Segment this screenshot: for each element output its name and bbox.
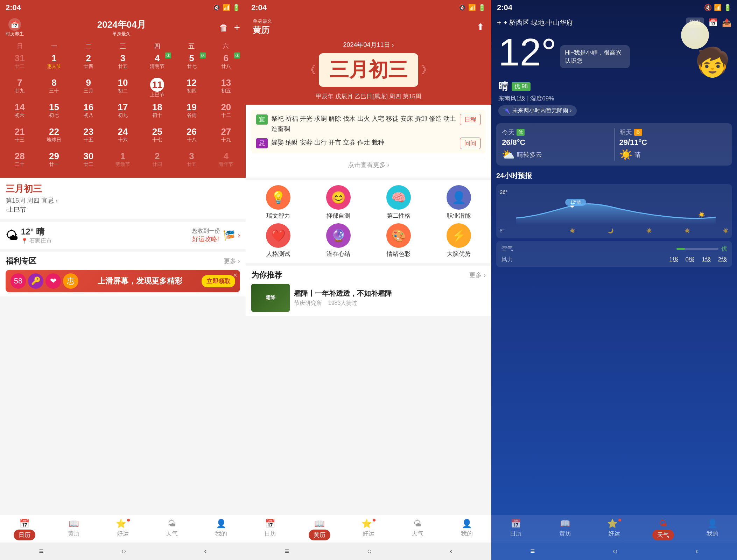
nav3-huangli[interactable]: 📖 黄历 bbox=[540, 519, 589, 540]
banner-btn[interactable]: 立即领取 bbox=[202, 275, 235, 287]
rain-tip[interactable]: 🌂 未来两小时内暂无降雨 › bbox=[498, 105, 577, 116]
cal-day[interactable]: 18初十 bbox=[140, 101, 174, 125]
cal-day[interactable]: 30廿二 bbox=[72, 150, 105, 174]
cal-day[interactable]: 1惠人节 bbox=[37, 52, 71, 76]
nav2-mine[interactable]: 👤 我的 bbox=[442, 519, 491, 540]
nav-mine[interactable]: 👤 我的 bbox=[197, 519, 246, 540]
cal-day[interactable]: 11上巳节 bbox=[140, 76, 174, 100]
nav2-calendar[interactable]: 📅 日历 bbox=[246, 519, 295, 540]
icon-mbti[interactable]: ❤️ 人格测试 bbox=[250, 223, 307, 258]
cal-day[interactable]: 16初八 bbox=[72, 101, 105, 125]
lucky-section[interactable]: 您收到一份 好运攻略! 🎏 › bbox=[192, 227, 240, 243]
benefits-banner[interactable]: 58 🔑 ❤ 惠 上滑屏幕，发现更多精彩 立即领取 × bbox=[6, 270, 240, 292]
icon-depression[interactable]: 😊 抑郁自测 bbox=[310, 185, 367, 220]
nav2-lucky[interactable]: ⭐ 好运 bbox=[344, 519, 393, 540]
back-btn-1[interactable]: ‹ bbox=[204, 547, 206, 556]
cal-day[interactable]: 28二十 bbox=[3, 150, 36, 174]
cal-day[interactable]: 2廿四 bbox=[72, 52, 105, 76]
nav3-calendar[interactable]: 📅 日历 bbox=[491, 519, 540, 540]
cal-day[interactable]: 17初九 bbox=[106, 101, 140, 125]
icon-knot[interactable]: 🔮 潜在心结 bbox=[310, 223, 367, 258]
menu-btn-1[interactable]: ≡ bbox=[39, 547, 43, 556]
cal-day[interactable]: 9三月 bbox=[72, 76, 105, 100]
cal-day[interactable]: 24十六 bbox=[106, 125, 140, 149]
cal-day[interactable]: 26十八 bbox=[175, 125, 208, 149]
cal-day[interactable]: 3廿五 bbox=[175, 150, 208, 174]
nav-lucky[interactable]: ⭐ 好运 bbox=[98, 519, 147, 540]
aqi-badge: 优 98 bbox=[512, 82, 531, 91]
ask-btn[interactable]: 问问 bbox=[460, 138, 481, 149]
cal-day[interactable]: 1劳动节 bbox=[106, 150, 140, 174]
nav-calendar[interactable]: 📅 日历 bbox=[0, 519, 49, 540]
sun2: ☀️ bbox=[646, 228, 652, 233]
cal-day[interactable]: 31廿二 bbox=[3, 52, 36, 76]
nav2-huangli[interactable]: 📖 黄历 bbox=[295, 519, 344, 540]
weather-strip-1[interactable]: 🌤 12° 晴 📍 石家庄市 您收到一份 好运攻略! � bbox=[0, 222, 246, 249]
icon-ruiwen[interactable]: 💡 瑞文智力 bbox=[250, 185, 307, 220]
cal-day[interactable]: 14初六 bbox=[3, 101, 36, 125]
home-btn-3[interactable]: ○ bbox=[613, 547, 617, 556]
benefits-more[interactable]: 更多 › bbox=[224, 257, 240, 265]
more-details-btn[interactable]: 点击查看更多 › bbox=[251, 157, 486, 173]
icon-personality2[interactable]: 🧠 第二性格 bbox=[370, 185, 427, 220]
app-header-1: 📅 时历养生 2024年04月 单身最久 🗑 + bbox=[0, 15, 246, 41]
cal-day[interactable]: 10初二 bbox=[106, 76, 140, 100]
nav3-weather[interactable]: 🌤 天气 bbox=[639, 519, 688, 540]
location-section[interactable]: + + 桥西区·绿地·中山华府 bbox=[497, 18, 573, 27]
rec-more[interactable]: 更多 › bbox=[469, 271, 486, 279]
cal-day[interactable]: 15初七 bbox=[37, 101, 71, 125]
icon-emotion[interactable]: 🎨 情绪色彩 bbox=[370, 223, 427, 258]
cal-day[interactable]: 休6廿八 bbox=[209, 52, 243, 76]
cal-day[interactable]: 20十二 bbox=[209, 101, 243, 125]
add-icon[interactable]: + bbox=[234, 22, 240, 34]
icon-brain[interactable]: ⚡ 大脑优势 bbox=[430, 223, 487, 258]
icon-career[interactable]: 👤 职业潜能 bbox=[430, 185, 487, 220]
cal-day[interactable]: 29廿一 bbox=[37, 150, 71, 174]
close-banner-btn[interactable]: × bbox=[233, 271, 237, 279]
schedule-btn[interactable]: 日程 bbox=[460, 114, 481, 125]
panel3-scroll[interactable]: 12° Hi~我是小鲤，很高兴认识您 🧒 晴 优 98 东南风1级 | 湿度69… bbox=[491, 31, 737, 515]
nav-weather[interactable]: 🌤 天气 bbox=[147, 519, 196, 540]
cal-day[interactable]: 25十七 bbox=[140, 125, 174, 149]
cal-day[interactable]: 12初四 bbox=[175, 76, 208, 100]
cal-day[interactable]: 休4清明节 bbox=[140, 52, 174, 76]
rec-item[interactable]: 霜降 霜降丨一年补透透，不如补霜降 节庆研究所 1983人赞过 bbox=[251, 284, 486, 312]
cal-day[interactable]: 4青年节 bbox=[209, 150, 243, 174]
cal-day[interactable]: 休5廿七 bbox=[175, 52, 208, 76]
cal-day[interactable]: 2廿四 bbox=[140, 150, 174, 174]
calendar-share-icon[interactable]: 📅 bbox=[708, 18, 718, 27]
home-btn-1[interactable]: ○ bbox=[121, 547, 126, 556]
cal-day[interactable]: 3廿五 bbox=[106, 52, 140, 76]
cal-day[interactable]: 27十九 bbox=[209, 125, 243, 149]
cal-day[interactable]: 21十三 bbox=[3, 125, 36, 149]
header-month[interactable]: 2024年04月 单身最久 bbox=[97, 19, 146, 37]
back-btn-3[interactable]: ‹ bbox=[695, 547, 698, 556]
cal-day[interactable]: 13初五 bbox=[209, 76, 243, 100]
hl-date-bar[interactable]: 2024年04月11日 › bbox=[246, 39, 491, 50]
panel2-scroll[interactable]: 宜 祭祀 祈福 开光 求嗣 解除 伐木 出火 入宅 移徙 安床 拆卸 修造 动土… bbox=[246, 105, 491, 515]
share-btn[interactable]: 📤 bbox=[722, 18, 731, 27]
menu-btn-2[interactable]: ≡ bbox=[285, 547, 289, 556]
day-number: 29 bbox=[49, 151, 59, 161]
prev-icon[interactable]: 《 bbox=[306, 63, 315, 77]
home-btn-2[interactable]: ○ bbox=[367, 547, 372, 556]
nav-huangli[interactable]: 📖 黄历 bbox=[49, 519, 98, 540]
nav3-lucky[interactable]: ⭐ 好运 bbox=[590, 519, 639, 540]
cal-day[interactable]: 19谷雨 bbox=[175, 101, 208, 125]
trash-icon[interactable]: 🗑 bbox=[219, 22, 228, 33]
cal-day[interactable]: 8三十 bbox=[37, 76, 71, 100]
share-icon[interactable]: ⬆ bbox=[477, 22, 484, 33]
menu-btn-3[interactable]: ≡ bbox=[530, 547, 535, 556]
hl-icons-grid: 💡 瑞文智力 😊 抑郁自测 🧠 第二性格 👤 职业潜能 ❤️ 人格测试 🔮 bbox=[246, 180, 491, 263]
back-btn-2[interactable]: ‹ bbox=[450, 547, 452, 556]
cal-day[interactable]: 7廿九 bbox=[3, 76, 36, 100]
panel1-scroll[interactable]: 三月初三 第15周 周四 宜忌 › ·上巳节 🌤 12° 晴 📍 石家庄市 bbox=[0, 178, 246, 515]
cal-day[interactable]: 23十五 bbox=[72, 125, 105, 149]
nav3-mine[interactable]: 👤 我的 bbox=[688, 519, 737, 540]
day-lunar: 廿九 bbox=[15, 88, 24, 94]
nav2-weather[interactable]: 🌤 天气 bbox=[393, 519, 442, 540]
next-icon[interactable]: 》 bbox=[422, 63, 431, 77]
cal-day[interactable]: 22地球日 bbox=[37, 125, 71, 149]
app-logo[interactable]: 📅 时历养生 bbox=[6, 18, 24, 37]
week-display[interactable]: 第15周 周四 宜忌 › bbox=[6, 196, 240, 205]
